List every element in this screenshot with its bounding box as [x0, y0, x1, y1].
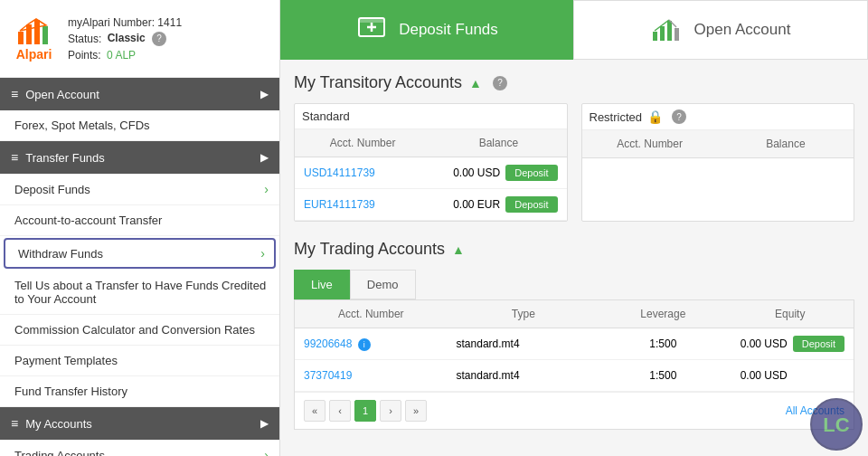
trading-type-1: standard.mt4	[448, 330, 600, 357]
sidebar-section-transfer-funds[interactable]: ≡ Transfer Funds ▶	[0, 141, 279, 174]
trading-table: Acct. Number Type Leverage Equity 992066…	[294, 299, 854, 430]
sidebar-item-fund-history[interactable]: Fund Transfer History	[0, 376, 279, 407]
chevron-down-icon-3: ▶	[260, 417, 269, 430]
sidebar-item-payment-templates[interactable]: Payment Templates	[0, 346, 279, 376]
trading-row-2: 37370419 standard.mt4 1:500 0.00 USD Dep…	[295, 360, 854, 392]
balance-value-2: 0.00 EUR	[453, 198, 500, 211]
deposit-button-1[interactable]: Deposit	[505, 165, 557, 181]
trading-accounts-label: Trading Accounts	[14, 449, 105, 457]
svg-rect-10	[660, 26, 665, 41]
transfer-funds-label: Transfer Funds	[25, 151, 105, 165]
tab-live[interactable]: Live	[294, 270, 350, 299]
page-1-button[interactable]: 1	[354, 400, 376, 422]
sidebar-item-withdraw[interactable]: Withdraw Funds ›	[4, 238, 276, 269]
svg-rect-12	[675, 28, 679, 41]
balance-value-1: 0.00 USD	[453, 166, 500, 179]
trading-acct-header: Acct. Number	[295, 300, 448, 328]
page-prev-button[interactable]: ‹	[329, 400, 351, 422]
trading-deposit-button-1[interactable]: Deposit	[793, 336, 844, 352]
commission-label: Commission Calculator and Conversion Rat…	[14, 323, 255, 337]
sidebar-item-commission[interactable]: Commission Calculator and Conversion Rat…	[0, 315, 279, 346]
menu-icon-2: ≡	[11, 150, 18, 165]
trading-leverage-2: 1:500	[599, 362, 726, 389]
page-next-button[interactable]: ›	[380, 400, 401, 422]
svg-rect-2	[34, 20, 40, 44]
arrow-right-icon-2: ›	[260, 246, 265, 261]
sidebar-section-my-accounts[interactable]: ≡ My Accounts ▶	[0, 407, 279, 440]
open-account-label: Open Account	[25, 88, 99, 101]
deposit-funds-label: Deposit Funds	[399, 21, 498, 39]
trading-leverage-header: Leverage	[599, 300, 726, 328]
transitory-help-icon[interactable]: ?	[493, 76, 507, 90]
page-last-button[interactable]: »	[405, 400, 427, 422]
top-actions: Deposit Funds Open Account	[280, 0, 868, 60]
transitory-accounts-title: My Transitory Accounts	[294, 73, 462, 92]
equity-value-2: 0.00 USD	[741, 369, 788, 382]
equity-value-1: 0.00 USD	[741, 337, 788, 350]
deposit-button-2[interactable]: Deposit	[505, 196, 557, 213]
restricted-balance-header: Balance	[718, 130, 854, 157]
trading-title-row: My Trading Accounts ▲	[294, 240, 854, 259]
sidebar-item-deposit[interactable]: Deposit Funds ›	[0, 174, 279, 205]
open-account-icon	[651, 12, 684, 49]
transitory-acct-link-1[interactable]: USD14111739	[304, 166, 375, 179]
svg-rect-11	[667, 21, 672, 41]
transitory-acct-1: USD14111739	[295, 159, 430, 186]
menu-icon: ≡	[11, 87, 18, 101]
trading-equity-2: 0.00 USD Deposit	[727, 360, 854, 391]
main-content: Deposit Funds Open Account My Transitory…	[280, 0, 868, 456]
sidebar: Alpari myAlpari Number: 1411 Status: Cla…	[0, 0, 280, 456]
transitory-acct-link-2[interactable]: EUR14111739	[304, 198, 375, 211]
transitory-title-row: My Transitory Accounts ▲ ?	[294, 73, 854, 92]
forex-item-label: Forex, Spot Metals, CFDs	[14, 119, 150, 132]
trading-acct-link-1[interactable]: 99206648	[304, 337, 352, 350]
pagination: « ‹ 1 › » All Accounts	[295, 392, 854, 429]
deposit-icon	[355, 11, 388, 50]
tab-demo[interactable]: Demo	[350, 270, 416, 299]
sidebar-section-open-account[interactable]: ≡ Open Account ▶	[0, 78, 279, 110]
my-accounts-label: My Accounts	[25, 417, 92, 431]
user-info: myAlpari Number: 1411 Status: Classic ? …	[68, 16, 270, 62]
trading-equity-header: Equity	[727, 300, 854, 328]
fund-history-label: Fund Transfer History	[14, 385, 127, 398]
restricted-help-icon[interactable]: ?	[672, 109, 686, 124]
sidebar-item-acct-transfer[interactable]: Account-to-account Transfer	[0, 205, 279, 236]
trading-sort-icon[interactable]: ▲	[452, 242, 465, 257]
status-value: Classic	[108, 32, 146, 44]
trading-info-icon-1[interactable]: i	[358, 338, 371, 351]
transitory-row-1: USD14111739 0.00 USD Deposit	[295, 157, 567, 189]
status-help-icon[interactable]: ?	[152, 32, 166, 46]
alpari-logo: Alpari	[9, 14, 59, 63]
deposit-funds-button[interactable]: Deposit Funds	[280, 0, 573, 60]
trading-acct-1: 99206648 i	[295, 330, 448, 358]
standard-table-header: Acct. Number Balance	[295, 129, 567, 157]
transfer-funds-section-title: ≡ Transfer Funds	[11, 150, 105, 165]
sidebar-item-tell-us[interactable]: Tell Us about a Transfer to Have Funds C…	[0, 271, 279, 315]
sidebar-item-trading-accounts[interactable]: Trading Accounts ›	[0, 440, 279, 456]
trading-acct-2: 37370419	[295, 362, 448, 389]
sidebar-item-forex[interactable]: Forex, Spot Metals, CFDs	[0, 110, 279, 141]
sidebar-header: Alpari myAlpari Number: 1411 Status: Cla…	[0, 0, 279, 78]
trading-acct-link-2[interactable]: 37370419	[304, 369, 352, 382]
trading-table-header: Acct. Number Type Leverage Equity	[295, 300, 854, 328]
transitory-balance-2: 0.00 EUR Deposit	[430, 189, 566, 220]
standard-balance-header: Balance	[430, 129, 566, 157]
restricted-table-header: Acct. Number Balance	[582, 130, 854, 158]
chevron-down-icon-2: ▶	[260, 151, 269, 164]
standard-text: Standard	[302, 109, 350, 123]
svg-rect-9	[653, 32, 657, 41]
payment-templates-label: Payment Templates	[14, 354, 118, 367]
svg-rect-3	[42, 26, 48, 44]
svg-text:LC: LC	[823, 413, 849, 436]
trading-leverage-1: 1:500	[599, 330, 726, 357]
trading-accounts-title: My Trading Accounts	[294, 240, 445, 259]
svg-rect-8	[359, 18, 384, 23]
page-first-button[interactable]: «	[304, 400, 326, 422]
user-status: Status: Classic ?	[68, 32, 270, 46]
points-value[interactable]: 0 ALP	[107, 49, 136, 62]
sort-up-icon[interactable]: ▲	[469, 76, 482, 90]
transitory-row-2: EUR14111739 0.00 EUR Deposit	[295, 189, 567, 221]
user-points: Points: 0 ALP	[68, 49, 270, 62]
chevron-down-icon: ▶	[260, 88, 269, 100]
open-account-button[interactable]: Open Account	[573, 0, 868, 60]
